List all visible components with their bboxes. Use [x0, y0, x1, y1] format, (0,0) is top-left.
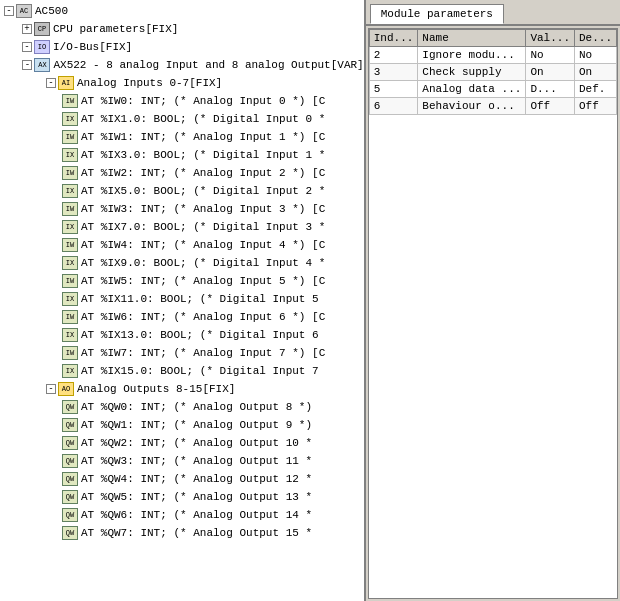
- tree-item-iw7[interactable]: IW AT %IW7: INT; (* Analog Input 7 *) [C: [0, 344, 364, 362]
- ix90-label: AT %IX9.0: BOOL; (* Digital Input 4 *: [81, 257, 325, 269]
- iw6-icon: IW: [62, 310, 78, 324]
- tree-item-qw3[interactable]: QW AT %QW3: INT; (* Analog Output 11 *: [0, 452, 364, 470]
- iw5-icon: IW: [62, 274, 78, 288]
- tree-scroll-area[interactable]: - AC AC500 + CP CPU parameters[FIX] - IO…: [0, 0, 364, 601]
- table-row[interactable]: 6Behaviour o...OffOff: [369, 98, 616, 115]
- tree-item-iw5[interactable]: IW AT %IW5: INT; (* Analog Input 5 *) [C: [0, 272, 364, 290]
- expander-ac500[interactable]: -: [4, 6, 14, 16]
- tree-item-ix90[interactable]: IX AT %IX9.0: BOOL; (* Digital Input 4 *: [0, 254, 364, 272]
- qw0-label: AT %QW0: INT; (* Analog Output 8 *): [81, 401, 312, 413]
- tree-item-iw6[interactable]: IW AT %IW6: INT; (* Analog Input 6 *) [C: [0, 308, 364, 326]
- cell-name: Check supply: [418, 64, 526, 81]
- cell-name: Ignore modu...: [418, 47, 526, 64]
- ix10-icon: IX: [62, 112, 78, 126]
- tree-item-qw2[interactable]: QW AT %QW2: INT; (* Analog Output 10 *: [0, 434, 364, 452]
- ix30-icon: IX: [62, 148, 78, 162]
- iobus-icon: IO: [34, 40, 50, 54]
- table-row[interactable]: 5Analog data ...D...Def.: [369, 81, 616, 98]
- expander-analog-inputs[interactable]: -: [46, 78, 56, 88]
- cell-default: Off: [574, 98, 616, 115]
- qw7-label: AT %QW7: INT; (* Analog Output 15 *: [81, 527, 312, 539]
- cell-value[interactable]: On: [526, 64, 575, 81]
- tree-item-ix70[interactable]: IX AT %IX7.0: BOOL; (* Digital Input 3 *: [0, 218, 364, 236]
- ix150-icon: IX: [62, 364, 78, 378]
- iw3-label: AT %IW3: INT; (* Analog Input 3 *) [C: [81, 203, 325, 215]
- table-row[interactable]: 2Ignore modu...NoNo: [369, 47, 616, 64]
- col-default: De...: [574, 30, 616, 47]
- ix70-label: AT %IX7.0: BOOL; (* Digital Input 3 *: [81, 221, 325, 233]
- expander-analog-outputs[interactable]: -: [46, 384, 56, 394]
- ix70-icon: IX: [62, 220, 78, 234]
- qw2-label: AT %QW2: INT; (* Analog Output 10 *: [81, 437, 312, 449]
- tree-item-qw0[interactable]: QW AT %QW0: INT; (* Analog Output 8 *): [0, 398, 364, 416]
- cell-value[interactable]: No: [526, 47, 575, 64]
- ax522-label: AX522 - 8 analog Input and 8 analog Outp…: [53, 59, 363, 71]
- param-table: Ind... Name Val... De... 2Ignore modu...…: [369, 29, 617, 115]
- tab-module-parameters-label: Module parameters: [381, 8, 493, 20]
- iw1-icon: IW: [62, 130, 78, 144]
- tab-module-parameters[interactable]: Module parameters: [370, 4, 504, 24]
- tree-item-ix150[interactable]: IX AT %IX15.0: BOOL; (* Digital Input 7: [0, 362, 364, 380]
- qw4-icon: QW: [62, 472, 78, 486]
- qw3-label: AT %QW3: INT; (* Analog Output 11 *: [81, 455, 312, 467]
- tree-item-qw5[interactable]: QW AT %QW5: INT; (* Analog Output 13 *: [0, 488, 364, 506]
- iobus-label: I/O-Bus[FIX]: [53, 41, 132, 53]
- qw5-icon: QW: [62, 490, 78, 504]
- qw3-icon: QW: [62, 454, 78, 468]
- cell-index: 2: [369, 47, 418, 64]
- qw4-label: AT %QW4: INT; (* Analog Output 12 *: [81, 473, 312, 485]
- tree-item-iw2[interactable]: IW AT %IW2: INT; (* Analog Input 2 *) [C: [0, 164, 364, 182]
- tree-item-iw4[interactable]: IW AT %IW4: INT; (* Analog Input 4 *) [C: [0, 236, 364, 254]
- tree-item-qw1[interactable]: QW AT %QW1: INT; (* Analog Output 9 *): [0, 416, 364, 434]
- cell-value[interactable]: D...: [526, 81, 575, 98]
- qw1-icon: QW: [62, 418, 78, 432]
- tree-item-ac500[interactable]: - AC AC500: [0, 2, 364, 20]
- tree-item-cpu[interactable]: + CP CPU parameters[FIX]: [0, 20, 364, 38]
- tree-item-ix110[interactable]: IX AT %IX11.0: BOOL; (* Digital Input 5: [0, 290, 364, 308]
- ix150-label: AT %IX15.0: BOOL; (* Digital Input 7: [81, 365, 319, 377]
- tree-item-iw3[interactable]: IW AT %IW3: INT; (* Analog Input 3 *) [C: [0, 200, 364, 218]
- qw5-label: AT %QW5: INT; (* Analog Output 13 *: [81, 491, 312, 503]
- tree-item-qw7[interactable]: QW AT %QW7: INT; (* Analog Output 15 *: [0, 524, 364, 542]
- tree-panel: - AC AC500 + CP CPU parameters[FIX] - IO…: [0, 0, 366, 601]
- cell-name: Analog data ...: [418, 81, 526, 98]
- cell-index: 6: [369, 98, 418, 115]
- analog-inputs-label: Analog Inputs 0-7[FIX]: [77, 77, 222, 89]
- iw0-label: AT %IW0: INT; (* Analog Input 0 *) [C: [81, 95, 325, 107]
- tree-item-analog-outputs[interactable]: - AO Analog Outputs 8-15[FIX]: [0, 380, 364, 398]
- analog-outputs-label: Analog Outputs 8-15[FIX]: [77, 383, 235, 395]
- tree-item-qw6[interactable]: QW AT %QW6: INT; (* Analog Output 14 *: [0, 506, 364, 524]
- iw4-label: AT %IW4: INT; (* Analog Input 4 *) [C: [81, 239, 325, 251]
- expander-cpu[interactable]: +: [22, 24, 32, 34]
- tree-item-analog-inputs[interactable]: - AI Analog Inputs 0-7[FIX]: [0, 74, 364, 92]
- tree-item-iobus[interactable]: - IO I/O-Bus[FIX]: [0, 38, 364, 56]
- iw4-icon: IW: [62, 238, 78, 252]
- col-index: Ind...: [369, 30, 418, 47]
- expander-iobus[interactable]: -: [22, 42, 32, 52]
- ac500-label: AC500: [35, 5, 68, 17]
- tree-item-ix50[interactable]: IX AT %IX5.0: BOOL; (* Digital Input 2 *: [0, 182, 364, 200]
- tree-item-ax522[interactable]: - AX AX522 - 8 analog Input and 8 analog…: [0, 56, 364, 74]
- tree-item-ix10[interactable]: IX AT %IX1.0: BOOL; (* Digital Input 0 *: [0, 110, 364, 128]
- expander-ax522[interactable]: -: [22, 60, 32, 70]
- iw2-label: AT %IW2: INT; (* Analog Input 2 *) [C: [81, 167, 325, 179]
- tree-item-ix30[interactable]: IX AT %IX3.0: BOOL; (* Digital Input 1 *: [0, 146, 364, 164]
- parameters-table-area: Ind... Name Val... De... 2Ignore modu...…: [368, 28, 618, 599]
- iw1-label: AT %IW1: INT; (* Analog Input 1 *) [C: [81, 131, 325, 143]
- tree-item-ix130[interactable]: IX AT %IX13.0: BOOL; (* Digital Input 6: [0, 326, 364, 344]
- ac500-icon: AC: [16, 4, 32, 18]
- table-row[interactable]: 3Check supplyOnOn: [369, 64, 616, 81]
- tree-item-qw4[interactable]: QW AT %QW4: INT; (* Analog Output 12 *: [0, 470, 364, 488]
- cell-index: 3: [369, 64, 418, 81]
- ix30-label: AT %IX3.0: BOOL; (* Digital Input 1 *: [81, 149, 325, 161]
- cpu-icon: CP: [34, 22, 50, 36]
- cell-value[interactable]: Off: [526, 98, 575, 115]
- cell-index: 5: [369, 81, 418, 98]
- qw2-icon: QW: [62, 436, 78, 450]
- cell-default: No: [574, 47, 616, 64]
- ix50-icon: IX: [62, 184, 78, 198]
- tree-item-iw1[interactable]: IW AT %IW1: INT; (* Analog Input 1 *) [C: [0, 128, 364, 146]
- qw1-label: AT %QW1: INT; (* Analog Output 9 *): [81, 419, 312, 431]
- tree-item-iw0[interactable]: IW AT %IW0: INT; (* Analog Input 0 *) [C: [0, 92, 364, 110]
- cell-default: On: [574, 64, 616, 81]
